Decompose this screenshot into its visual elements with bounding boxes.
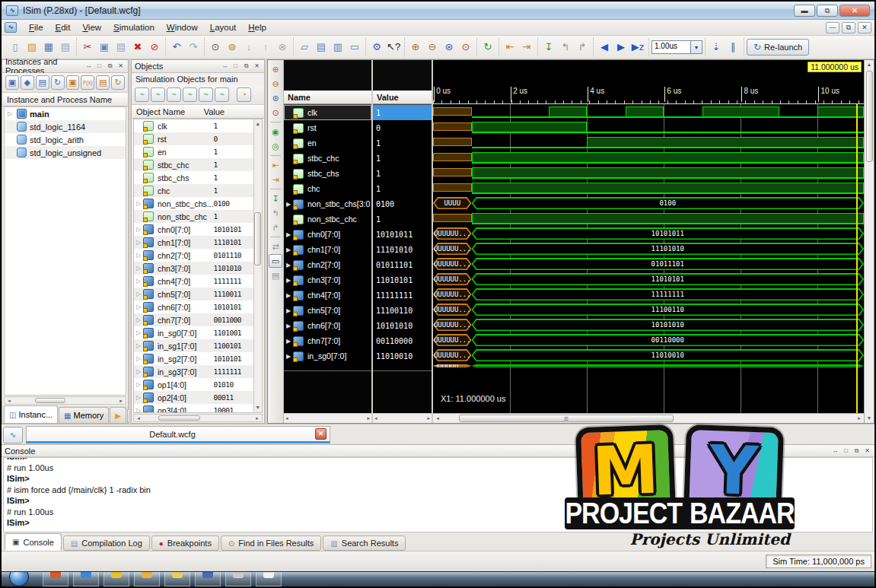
tab-find-in-files-results[interactable]: ⊙Find in Files Results [221,536,321,551]
object-row[interactable]: ▷in_sg2[7:0]1010101 [134,352,253,365]
expand-arrow-icon[interactable]: ▶ [286,323,293,329]
wave-signal-name[interactable]: ▶chn1[7:0] [284,242,371,257]
maximize-icon[interactable]: □ [231,62,240,70]
wave-row-chn1[7:0][interactable]: UUUUUU...11101010 [433,241,864,256]
tab-more[interactable]: ▶ [110,407,126,423]
expand-arrow-icon[interactable]: ▷ [136,239,143,246]
wave-signal-name[interactable]: stbc_chs [284,166,371,181]
wave-signal-value[interactable]: 1 [373,105,432,120]
object-row[interactable]: ▷chn2[7:0]0101110 [134,249,253,262]
run-for-time-icon[interactable]: ▶ᴢ [630,40,645,55]
instance-tree-item-std_logic_1164[interactable]: std_logic_1164 [5,120,126,133]
expand-arrow-icon[interactable]: ▶ [286,231,293,238]
refresh-icon[interactable]: ↻ [480,40,495,55]
cascade-windows-icon[interactable]: ▱ [297,40,312,55]
close-panel-icon[interactable]: ✕ [253,62,261,70]
wave-zoom-in-icon[interactable]: ⊕ [269,62,282,76]
wave-signal-value[interactable]: 10101011 [373,227,432,242]
objects-hscrollbar[interactable]: ◂▸ [133,414,263,422]
menu-file[interactable]: File [23,21,49,33]
expand-arrow-icon[interactable]: ▷ [136,394,143,401]
wave-row-chn0[7:0][interactable]: UUUUUU...10101011 [433,226,864,241]
wave-add-marker-icon[interactable]: ↧ [269,192,282,205]
close-button[interactable]: ✕ [839,5,870,17]
wave-signal-value[interactable]: 11010010 [373,348,432,364]
zoom-out-icon[interactable]: ⊖ [425,40,440,55]
taskbar-app-icon[interactable] [134,571,160,586]
mdi-close-button[interactable]: ✕ [858,22,871,33]
object-row[interactable]: ▷chn1[7:0]1110101 [134,236,253,249]
instances-blue-icon[interactable]: ▣ [5,75,19,90]
object-row[interactable]: ▷op3[4:0]10001 [134,404,253,413]
menu-edit[interactable]: Edit [49,21,77,33]
expand-arrow-icon[interactable]: ▶ [286,201,293,208]
mdi-restore-button[interactable]: ⧉ [842,22,855,33]
wave-zoom-full-icon[interactable]: ⊛ [269,91,282,105]
wave-row-chn7[7:0][interactable]: UUUUUU...00110000 [433,332,864,348]
wave-goto-end-icon[interactable]: ⇥ [269,173,282,186]
zoom-in-icon[interactable]: ⊕ [408,40,423,55]
float-icon[interactable]: ⧉ [242,62,250,70]
new-file-icon[interactable]: ▯ [8,40,23,55]
undock-icon[interactable]: ↔ [221,62,229,70]
expand-arrow-icon[interactable]: ▶ [286,338,293,345]
stop-find-icon[interactable]: ⊗ [275,40,290,55]
mdi-minimize-button[interactable]: — [826,22,839,33]
object-row[interactable]: ▷op1[4:0]01010 [134,378,253,391]
expand-arrow-icon[interactable]: ▷ [136,252,143,259]
object-row[interactable]: ▷op2[4:0]00011 [134,391,253,404]
wave-measure-icon[interactable]: ▭ [269,254,282,268]
wave-row-chn3[7:0][interactable]: UUUUUU...11010101 [433,272,864,287]
break-icon[interactable]: ∥ [725,40,741,55]
wave-signal-value[interactable]: 11111111 [373,288,432,303]
wave-signal-value[interactable]: 11010101 [373,272,432,288]
wave-signal-name[interactable]: chc [284,181,371,196]
wave-row-non_stbc_chs[3:0[interactable]: UUUU0100 [433,195,864,211]
wave-row-chn6[7:0][interactable]: UUUUUU...10101010 [433,317,864,332]
wave-prev-transition-icon[interactable]: ◉ [269,125,282,138]
object-row[interactable]: ▷chn5[7:0]1110011 [134,288,253,300]
expand-arrow-icon[interactable]: ▶ [286,307,293,314]
taskbar-app-icon[interactable] [43,571,68,586]
wave-signal-value[interactable]: 0100 [373,196,432,211]
tile-vertical-icon[interactable]: ▥ [330,40,346,55]
object-row[interactable]: en1 [134,145,253,158]
wave-signal-value[interactable]: 0 [373,120,432,135]
wave-signal-name[interactable]: ▶chn7[7:0] [284,333,371,348]
object-row[interactable]: ▷non_stbc_chs...0100 [134,197,253,210]
wave-zoom-out-icon[interactable]: ⊖ [269,77,282,91]
menu-help[interactable]: Help [242,21,272,33]
wave-row-en[interactable] [433,135,864,150]
object-row[interactable]: stbc_chs1 [134,171,253,184]
find-icon[interactable]: ⊙ [208,40,223,55]
filter-variable-icon[interactable]: ~ [215,87,229,102]
wave-signal-name[interactable]: ▶in_sg0[7:0] [284,348,371,364]
tab-search-results[interactable]: ▥Search Results [323,536,406,551]
wave-signal-name[interactable]: ▶chn2[7:0] [284,257,371,272]
wrench-icon[interactable]: ⚙ [369,40,384,55]
expand-arrow-icon[interactable]: ▶ [286,262,293,269]
expand-arrow-icon[interactable]: ▶ [286,292,293,299]
menu-layout[interactable]: Layout [204,21,243,33]
tab-breakpoints[interactable]: ●Breakpoints [151,536,219,551]
run-time-input[interactable]: 1.00us [651,40,691,54]
wave-signal-name[interactable]: non_stbc_chc [284,211,371,227]
wave-signal-value[interactable]: 1 [373,166,432,181]
menu-simulation[interactable]: Simulation [107,21,161,33]
object-row[interactable]: ▷chn3[7:0]1101010 [134,262,253,275]
objects-vscrollbar[interactable]: ▲▼ [253,119,262,412]
object-row[interactable]: stbc_chc1 [134,158,253,171]
wave-values-hscrollbar[interactable]: ◂▸ [373,413,432,423]
cut-icon[interactable]: ✂ [80,40,95,55]
wave-swap-cursors-icon[interactable]: ⇄ [269,240,282,253]
instances-hscrollbar[interactable]: ◂▸ [4,396,126,405]
expand-arrow-icon[interactable]: ▷ [136,316,143,323]
add-marker-icon[interactable]: ↧ [541,40,556,55]
expand-arrow-icon[interactable]: ▷ [136,368,143,375]
wave-signal-value[interactable]: 1 [373,211,432,227]
expand-arrow-icon[interactable]: ▷ [136,278,143,284]
goto-time0-icon[interactable]: ⇤ [502,40,518,55]
instance-tree-item-std_logic_arith[interactable]: std_logic_arith [5,133,126,146]
taskbar-app-icon[interactable] [104,571,129,586]
zoom-cursor-icon[interactable]: ⊙ [458,40,473,55]
